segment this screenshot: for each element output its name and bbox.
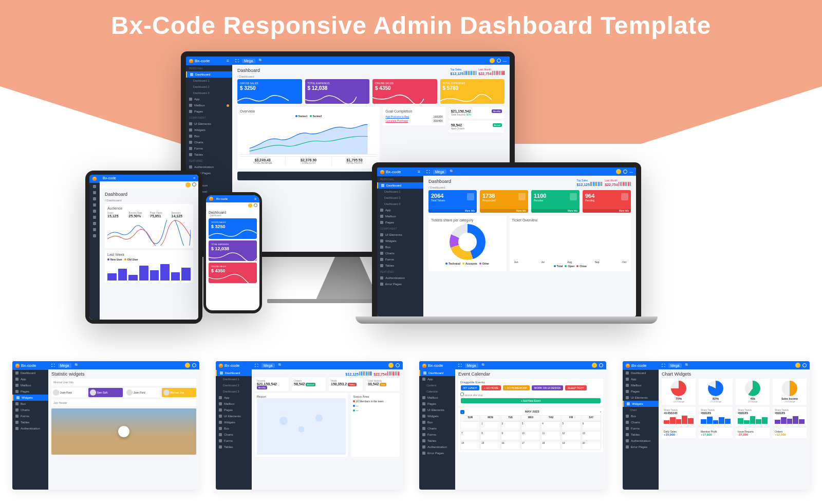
topbar: ⛶ Mega 🔍 — (423, 167, 636, 176)
avatar[interactable] (490, 58, 495, 63)
bar-chart (512, 223, 628, 259)
event-tag[interactable]: I DO HOMEWORK (503, 385, 530, 390)
radial-row: 75%+24 Change 82%+12 Change 45k+5 Change… (662, 379, 807, 407)
topbar: Bx-code≡ (100, 175, 198, 181)
nav-tables[interactable]: Tables (186, 152, 232, 158)
avatar[interactable] (185, 182, 191, 188)
chat-icon (518, 193, 526, 200)
next-button[interactable]: › (600, 410, 601, 414)
donut-legend: TechnicalAccountsOther (431, 262, 504, 265)
page-title: Dashboard (209, 211, 257, 214)
annual-badge[interactable]: Annual (493, 123, 502, 127)
lock-icon (189, 165, 192, 169)
nav-box[interactable]: Box (186, 133, 232, 139)
menu-icon[interactable]: ≡ (254, 197, 256, 200)
world-map[interactable] (257, 398, 346, 455)
monthly-badge[interactable]: Monthly (492, 109, 502, 113)
minimize-icon[interactable]: — (503, 59, 507, 63)
nav-ui[interactable]: UI Elements (186, 121, 232, 127)
menu-icon[interactable]: ≡ (418, 170, 420, 174)
nav-pages[interactable]: Pages (186, 108, 232, 115)
nav-label: Dashboard (195, 73, 210, 76)
people-cards: Juan Ford Sam Soft Juan Ford Michael Joe (51, 388, 196, 397)
mega-menu[interactable]: Mega (433, 170, 446, 174)
nav-dashboard[interactable]: Dashboard (186, 71, 232, 78)
gear-icon[interactable] (254, 203, 257, 207)
tix-pending[interactable]: 964PendingMore Info (583, 190, 631, 213)
goal-row: Complete Purchase300/400 (385, 119, 442, 123)
overview-legend: Series1Series2 (240, 115, 377, 118)
breadcrumb: / Dashboard (428, 186, 451, 189)
calendar-grid: 1234567891011121314151617181920 (460, 421, 601, 450)
card-exp[interactable]: TOTAL EXPENSES$ 5780 (440, 79, 505, 104)
nav-mailbox[interactable]: Mailbox (186, 102, 232, 108)
tablet-device: Bx-code≡ Dashboard / Dashboard Audience … (85, 171, 202, 324)
event-tag[interactable]: WORK ON UI DESIGN (532, 385, 563, 390)
nav-app[interactable]: App (186, 96, 232, 102)
thumb-icon (570, 193, 577, 200)
card-gross[interactable]: GROSS SALES$ 3250 (209, 218, 257, 239)
sidebar: Bx-code≡ PERSONAL Dashboard Dashboard 1 … (377, 167, 423, 316)
search-icon[interactable]: 🔍 (278, 363, 283, 367)
nav-charts[interactable]: Charts (186, 139, 232, 145)
menu-icon[interactable]: ≡ (227, 59, 229, 63)
nav-dash2[interactable]: Dashboard 2 (186, 84, 232, 90)
event-tag[interactable]: MY LUNCH (461, 385, 479, 390)
report-panel: Report (255, 393, 348, 457)
nav-auth[interactable]: Authentication (186, 164, 232, 170)
gear-icon[interactable] (497, 59, 501, 63)
page-icon (189, 110, 192, 113)
brand[interactable]: Bx-code≡ (377, 167, 423, 176)
nav-dashboard[interactable]: Dashboard (377, 182, 423, 189)
card-earn[interactable]: TOTAL EARNINGS$ 12,038 (209, 240, 257, 261)
week-bars (107, 262, 191, 281)
section-label: Minimal User Info (51, 379, 196, 386)
brand-logo-icon (380, 170, 384, 174)
event-tag[interactable]: + GO HOME (481, 385, 501, 390)
nav-widgets[interactable]: Widgets (186, 127, 232, 133)
prev-button[interactable]: ‹ (460, 410, 464, 414)
search-icon[interactable]: 🔍 (685, 363, 689, 367)
card-online[interactable]: ONLINE SALES$ 4350 (209, 263, 257, 283)
gear-icon[interactable] (192, 182, 196, 186)
mail-icon (189, 104, 192, 107)
search-icon[interactable]: 🔍 (258, 59, 263, 63)
brand[interactable]: Bx-code≡ (186, 57, 232, 65)
avatar[interactable] (248, 203, 252, 208)
expand-icon[interactable]: ⛶ (235, 59, 239, 63)
search-icon[interactable]: 🔍 (74, 363, 79, 367)
expand-icon[interactable]: ⛶ (426, 170, 430, 174)
lastweek-panel: Last Week New UserOld User (105, 250, 193, 283)
radial-chart (671, 381, 686, 396)
search-icon[interactable]: 🔍 (450, 170, 454, 174)
avatar[interactable] (616, 169, 621, 174)
card-gross[interactable]: GROSS SALES$ 3250 (237, 79, 302, 104)
gear-icon[interactable] (623, 170, 627, 174)
search-icon[interactable]: 🔍 (481, 363, 486, 367)
nav-dash1[interactable]: Dashboard 1 (186, 78, 232, 84)
mega-menu[interactable]: Mega (242, 59, 255, 63)
nav-section-personal: PERSONAL (186, 65, 232, 71)
orders-panel: 50,542Annual New Orders (449, 121, 505, 133)
tix-resolve[interactable]: 1100ResolveMore Info (531, 190, 580, 213)
add-event-button[interactable]: + Add New Event (461, 398, 601, 403)
ticket-icon (467, 193, 474, 200)
profile-avatar[interactable] (118, 426, 129, 437)
nav-forms[interactable]: Forms (186, 145, 232, 152)
remove-checkbox[interactable] (460, 393, 464, 396)
ticket-cards: 2064Total TicketsMore Info 1738Responded… (428, 190, 631, 213)
card-online[interactable]: ONLINE SALES$ 4350 (372, 79, 437, 104)
overview-footer: $3,249.43TOTAL REVENUE $2,376.90TOTAL CO… (240, 156, 377, 166)
clock-icon (621, 193, 628, 200)
event-tag[interactable]: SLEEP TIGHT (565, 385, 587, 390)
tix-total[interactable]: 2064Total TicketsMore Info (428, 190, 477, 213)
form-icon (189, 147, 192, 150)
tix-resp[interactable]: 1738RespondedMore Info (480, 190, 528, 213)
overview-title: Overview (240, 109, 377, 113)
nav-dash3[interactable]: Dashboard 3 (186, 90, 232, 96)
card-earn[interactable]: TOTAL EARNINGS$ 12,038 (305, 79, 370, 104)
goal-panel: Goal Completion Add Products to Bag160/2… (383, 107, 445, 125)
dash-icon[interactable] (93, 185, 96, 188)
nav-section-component: COMPONENT (186, 115, 232, 121)
menu-icon[interactable]: ≡ (193, 176, 195, 180)
